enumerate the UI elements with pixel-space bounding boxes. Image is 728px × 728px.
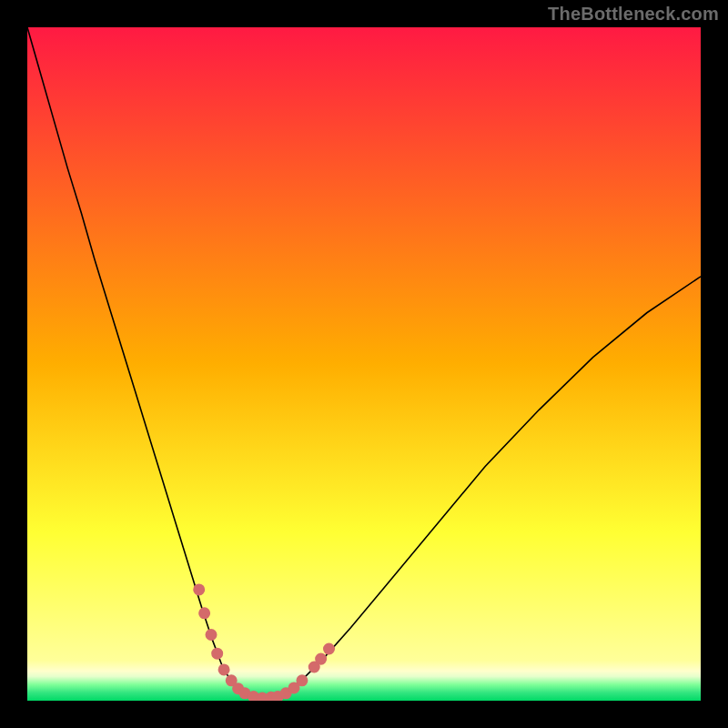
bottleneck-chart [27, 27, 701, 701]
chart-background [27, 27, 701, 701]
chart-frame: TheBottleneck.com [0, 0, 728, 728]
watermark-text: TheBottleneck.com [548, 4, 719, 25]
